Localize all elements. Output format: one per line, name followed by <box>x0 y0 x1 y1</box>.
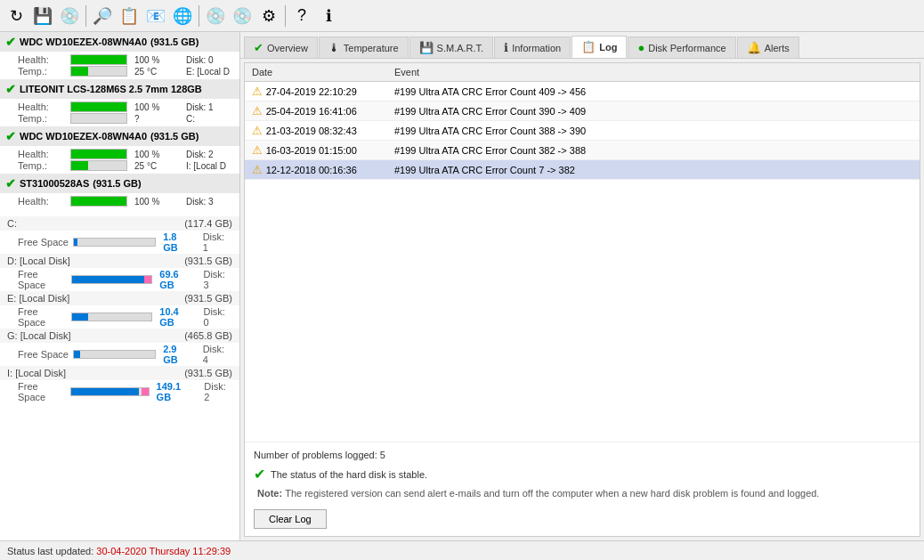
log-row[interactable]: ⚠ 21-03-2019 08:32:43#199 Ultra ATA CRC … <box>245 121 920 141</box>
disk1-icon[interactable]: 💿 <box>203 4 228 28</box>
tab-alerts-label: Alerts <box>765 43 790 53</box>
log-row[interactable]: ⚠ 25-04-2019 16:41:06#199 Ultra ATA CRC … <box>245 101 920 121</box>
partition-bar-e <box>71 312 152 321</box>
disk-name-3: ST31000528AS <box>20 178 89 189</box>
log-table-header: Date Event <box>245 63 920 82</box>
note-label: Note: <box>257 488 285 499</box>
disk-header-0[interactable]: ✔ WDC WD10EZEX-08WN4A0 (931.5 GB) <box>0 32 239 52</box>
partition-row-g: Free Space 2.9 GB Disk: 4 <box>0 343 239 366</box>
log-event-cell: #199 Ultra ATA CRC Error Count 382 -> 38… <box>387 141 920 160</box>
disk-num-0: Disk: 0 <box>186 55 231 65</box>
disk-name-1: LITEONIT LCS-128M6S 2.5 7mm 128GB <box>20 84 202 94</box>
log-event-cell: #199 Ultra ATA CRC Error Count 390 -> 40… <box>387 101 920 121</box>
refresh-icon[interactable]: ↻ <box>4 4 28 28</box>
tab-log-icon: 📋 <box>581 40 596 53</box>
temp-label-1: Temp.: <box>18 113 67 124</box>
hdd-icon[interactable]: 💾 <box>30 4 55 28</box>
partition-header-g: G: [Local Disk] (465.8 GB) <box>0 329 239 343</box>
log-table-body: ⚠ 27-04-2019 22:10:29#199 Ultra ATA CRC … <box>245 82 920 180</box>
log-date-cell: ⚠ 27-04-2019 22:10:29 <box>245 82 387 101</box>
note-text: The registered version can send alert e-… <box>285 488 819 499</box>
partition-disk-c: Disk: 1 <box>203 231 231 253</box>
tab-smart[interactable]: 💾 S.M.A.R.T. <box>409 37 494 58</box>
partition-size-g: (465.8 GB) <box>184 330 232 341</box>
log-data-table: Date Event ⚠ 27-04-2019 22:10:29#199 Ult… <box>245 63 920 180</box>
tab-log[interactable]: 📋 Log <box>571 36 627 58</box>
temp-bar-wrap-2 <box>70 160 127 171</box>
tab-information-icon: ℹ <box>504 41 508 54</box>
disk2-icon[interactable]: 💿 <box>230 4 255 28</box>
tab-disk-performance[interactable]: ● Disk Performance <box>628 37 735 58</box>
note-line: Note: The registered version can send al… <box>254 488 911 499</box>
tab-information-label: Information <box>512 43 561 53</box>
partition-size-i: (931.5 GB) <box>184 368 232 378</box>
partition-free-e: 10.4 GB <box>159 306 192 328</box>
problems-count-line: Number of problems logged: 5 <box>254 450 911 460</box>
partition-free-c: 1.8 GB <box>163 231 192 253</box>
partition-size-d: (931.5 GB) <box>184 256 232 266</box>
about-icon[interactable]: ℹ <box>316 4 341 28</box>
partition-bar-d <box>71 275 152 284</box>
disk-header-3[interactable]: ✔ ST31000528AS (931.5 GB) <box>0 174 239 193</box>
copy-icon[interactable]: 📋 <box>117 4 142 28</box>
log-date-text: 25-04-2019 16:41:06 <box>266 106 357 117</box>
partition-header-d: D: [Local Disk] (931.5 GB) <box>0 254 239 268</box>
partition-disk-i: Disk: 2 <box>204 381 231 402</box>
health-bar-wrap-0 <box>70 54 127 65</box>
statusbar-prefix: Status last updated: <box>7 546 93 556</box>
warn-icon: ⚠ <box>252 143 266 157</box>
send-icon[interactable]: 📧 <box>143 4 168 28</box>
disk-num-2: Disk: 2 <box>186 150 231 159</box>
drive-2: I: [Local D <box>186 161 231 171</box>
health-val-1: 100 % <box>134 102 179 112</box>
partition-bar-i <box>70 387 150 396</box>
disk-item-0: Health: 100 % Disk: 0 Temp.: 25 °C E: [L… <box>0 52 239 79</box>
partition-size-c: (117.4 GB) <box>184 218 232 229</box>
col-event[interactable]: Event <box>387 63 920 82</box>
log-date-cell: ⚠ 25-04-2019 16:41:06 <box>245 101 387 121</box>
disk-num-1: Disk: 1 <box>186 102 231 112</box>
health-bar-wrap-1 <box>70 101 127 112</box>
tab-alerts[interactable]: 🔔 Alerts <box>737 37 799 58</box>
tab-temperature[interactable]: 🌡 Temperature <box>319 37 409 58</box>
clear-log-button[interactable]: Clear Log <box>254 509 327 529</box>
log-date-text: 16-03-2019 01:15:00 <box>266 145 357 156</box>
disk-name-2: WDC WD10EZEX-08WN4A0 <box>20 131 147 142</box>
warn-icon: ⚠ <box>252 163 266 176</box>
temp-bar-wrap-1 <box>70 113 127 124</box>
col-date[interactable]: Date <box>245 63 387 82</box>
log-event-cell: #199 Ultra ATA CRC Error Count 409 -> 45… <box>387 82 920 101</box>
partition-letter-e: E: [Local Disk] <box>7 293 69 304</box>
log-date-cell: ⚠ 16-03-2019 01:15:00 <box>245 141 387 160</box>
save-icon[interactable]: 💿 <box>57 4 82 28</box>
tab-disk-performance-label: Disk Performance <box>648 43 725 53</box>
tab-overview-label: Overview <box>267 43 308 53</box>
disk-item-2: Health: 100 % Disk: 2 Temp.: 25 °C I: [L… <box>0 146 239 174</box>
tab-log-label: Log <box>599 42 617 53</box>
tab-overview[interactable]: ✔ Overview <box>244 37 318 58</box>
partition-disk-e: Disk: 0 <box>203 306 231 328</box>
log-event-cell: #199 Ultra ATA CRC Error Count 388 -> 39… <box>387 121 920 141</box>
log-row[interactable]: ⚠ 27-04-2019 22:10:29#199 Ultra ATA CRC … <box>245 82 920 101</box>
log-row[interactable]: ⚠ 12-12-2018 00:16:36#199 Ultra ATA CRC … <box>245 160 920 180</box>
disk-header-1[interactable]: ✔ LITEONIT LCS-128M6S 2.5 7mm 128GB <box>0 79 239 99</box>
globe-icon[interactable]: 🌐 <box>170 4 195 28</box>
help-icon[interactable]: ? <box>289 4 314 28</box>
tab-information[interactable]: ℹ Information <box>494 37 571 58</box>
disk-health-icon-1: ✔ <box>5 82 16 96</box>
health-bar-0 <box>71 55 126 64</box>
tab-alerts-icon: 🔔 <box>747 41 761 54</box>
disk-header-2[interactable]: ✔ WDC WD10EZEX-08WN4A0 (931.5 GB) <box>0 126 239 146</box>
search-icon[interactable]: 🔎 <box>90 4 115 28</box>
partition-label-e: Free Space <box>18 306 68 328</box>
disk-size-3: (931.5 GB) <box>93 178 141 189</box>
log-content: Date Event ⚠ 27-04-2019 22:10:29#199 Ult… <box>244 62 920 537</box>
log-row[interactable]: ⚠ 16-03-2019 01:15:00#199 Ultra ATA CRC … <box>245 141 920 160</box>
health-label-0: Health: <box>18 54 67 65</box>
health-bar-wrap-3 <box>70 196 127 207</box>
left-panel: ✔ WDC WD10EZEX-08WN4A0 (931.5 GB) Health… <box>0 32 240 540</box>
partition-row-e: Free Space 10.4 GB Disk: 0 <box>0 305 239 329</box>
partition-letter-d: D: [Local Disk] <box>7 256 70 266</box>
settings-icon[interactable]: ⚙ <box>256 4 281 28</box>
partition-bar-c <box>73 238 156 247</box>
